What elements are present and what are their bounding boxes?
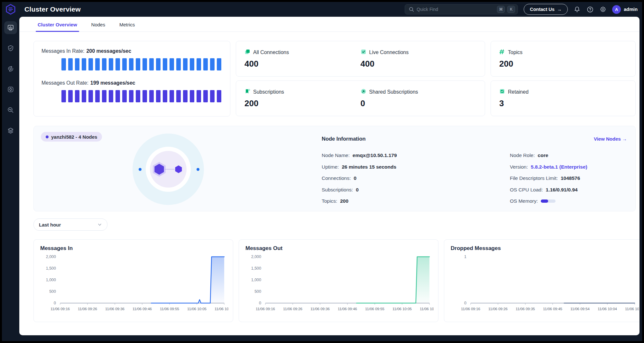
rate-bar [95, 58, 100, 70]
security-icon [7, 45, 14, 52]
messages-in-rate-value: 200 messages/sec [86, 48, 131, 54]
retained-icon [499, 88, 505, 96]
node-info-value: 1048576 [561, 175, 580, 181]
rate-bar [170, 90, 174, 102]
cluster-node-dot [139, 168, 142, 171]
node-info-value: emqx@10.50.1.179 [353, 153, 397, 158]
svg-text:11/06 09:16: 11/06 09:16 [461, 307, 480, 311]
dashboard-icon [7, 24, 14, 31]
rate-bar [217, 90, 221, 102]
emqx-logo[interactable] [2, 4, 19, 15]
search-input[interactable] [417, 7, 494, 12]
svg-text:11/06 10:04: 11/06 10:04 [598, 307, 617, 311]
rate-bar [170, 58, 174, 70]
os-memory-bar [541, 199, 556, 203]
username: admin [624, 7, 638, 12]
sidebar-item-management[interactable] [4, 83, 17, 96]
rate-bar [190, 58, 194, 70]
svg-text:0: 0 [54, 301, 56, 305]
node-info-row: OS Memory: [510, 198, 627, 204]
rate-bar [129, 90, 133, 102]
arrow-right-icon: → [557, 7, 562, 12]
help-icon[interactable] [586, 6, 593, 13]
contact-us-label: Contact Us [530, 7, 555, 12]
stat-label: Subscriptions [253, 89, 284, 95]
svg-text:11/06 09:55: 11/06 09:55 [365, 307, 384, 311]
rate-bar [136, 58, 140, 70]
rate-bar [122, 90, 127, 102]
svg-text:11/06 09:16: 11/06 09:16 [256, 307, 275, 311]
tab-cluster-overview[interactable]: Cluster Overview [38, 22, 77, 32]
tab-nodes[interactable]: Nodes [91, 22, 105, 32]
contact-us-button[interactable]: Contact Us → [524, 4, 568, 15]
node-information-title: Node Information [322, 136, 366, 142]
integration-icon [7, 65, 14, 72]
node-info-row: Node Role:core [510, 153, 627, 158]
sidebar-item-integration[interactable] [4, 62, 17, 75]
tab-metrics[interactable]: Metrics [119, 22, 135, 32]
rate-bar [82, 58, 86, 70]
svg-text:11/06 10:05: 11/06 10:05 [187, 307, 207, 311]
stat-label: All Connections [253, 50, 289, 55]
view-nodes-link[interactable]: View Nodes → [594, 136, 627, 142]
messages-in-rate-label: Messages In Rate:200 messages/sec [41, 48, 222, 54]
svg-text:11/06 09:16: 11/06 09:16 [51, 307, 70, 311]
svg-text:0: 0 [464, 301, 466, 305]
chart-plot: 2,0001,5001,000500011/06 09:1611/06 09:2… [245, 252, 434, 319]
hexagon-logo-icon [5, 4, 16, 15]
node-info-value: 200 [340, 198, 348, 204]
node-information-panel: yanzhi582 - 4 Nodes Node Information [33, 126, 636, 211]
svg-text:11/06 09:46: 11/06 09:46 [338, 307, 357, 311]
svg-text:11/06 09:54: 11/06 09:54 [570, 307, 590, 311]
stat-topics: Topics200 [499, 49, 627, 69]
user-menu[interactable]: A admin [612, 5, 638, 14]
stat-all-connections: All Connections400 [244, 49, 361, 69]
node-info-row: Uptime:26 minutes 15 seconds [322, 164, 510, 170]
rate-bar [75, 58, 79, 70]
node-info-row: File Descriptors Limit:1048576 [510, 175, 627, 181]
messages-out-rate-bars [61, 90, 222, 102]
node-info-row: Subscriptions:0 [322, 187, 510, 193]
arrow-right-icon: → [622, 136, 627, 142]
node-info-value: 1.16/0.91/0.94 [546, 187, 578, 193]
rate-bar [88, 58, 93, 70]
svg-text:0: 0 [259, 301, 261, 305]
quick-find-search[interactable]: ⌘ K [405, 4, 518, 14]
stat-label: Live Connections [369, 50, 409, 55]
system-icon [7, 127, 14, 134]
svg-text:2,000: 2,000 [251, 255, 261, 259]
stat-subscriptions: Subscriptions200 [244, 88, 361, 108]
notifications-bell-icon[interactable] [574, 6, 581, 13]
rate-bar [61, 58, 66, 70]
node-info-row: OS CPU Load:1.16/0.91/0.94 [510, 187, 627, 193]
sidebar-item-security[interactable] [4, 42, 17, 55]
version-link[interactable]: 5.8.2-beta.1 (Enterprise) [531, 164, 587, 170]
rate-bar [210, 58, 215, 70]
app-frame: Cluster Overview ⌘ K Contact Us → [2, 2, 642, 341]
node-info-row: Connections:0 [322, 175, 510, 181]
connections-stat-card: All Connections400 Live Connections400 [236, 41, 485, 77]
management-icon [7, 86, 14, 93]
rate-bar [122, 58, 127, 70]
rate-bar [197, 90, 201, 102]
svg-text:1,000: 1,000 [251, 278, 261, 282]
chart-plot: 2,0001,5001,000500011/06 09:1611/06 09:2… [40, 252, 228, 319]
rate-bar [75, 90, 79, 102]
svg-text:11/06 10:15: 11/06 10:15 [420, 307, 434, 311]
settings-gear-icon[interactable] [599, 6, 606, 13]
sidebar-item-system[interactable] [4, 124, 17, 137]
time-range-value: Last hour [39, 222, 61, 227]
sidebar-item-diagnose[interactable] [4, 104, 17, 116]
k-keycap: K [507, 6, 515, 13]
rate-bar [156, 90, 161, 102]
rate-bar [136, 90, 140, 102]
svg-text:11/06 09:26: 11/06 09:26 [488, 307, 508, 311]
stat-value: 400 [361, 59, 477, 69]
svg-text:1,000: 1,000 [46, 278, 56, 282]
svg-text:11/06 09:36: 11/06 09:36 [310, 307, 330, 311]
rate-bar [163, 58, 167, 70]
svg-text:500: 500 [49, 289, 56, 294]
rate-bar [203, 58, 208, 70]
sidebar-item-dashboard[interactable] [4, 21, 17, 34]
time-range-select[interactable]: Last hour [33, 218, 107, 231]
